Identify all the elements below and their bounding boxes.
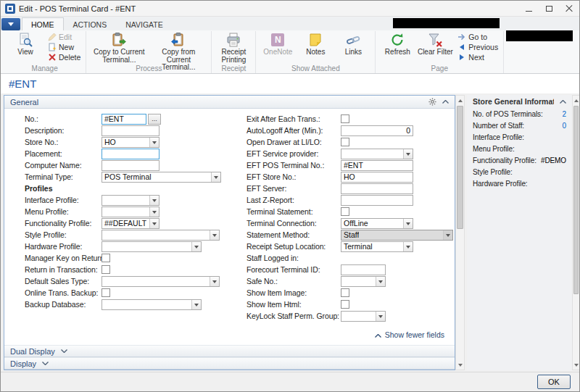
field-input-computer-name[interactable]: [102, 160, 160, 171]
new-button[interactable]: New: [46, 42, 83, 52]
field-input-eft-store-no[interactable]: HO: [341, 172, 413, 183]
field-input-hardware-profile[interactable]: [102, 241, 202, 252]
field-input-functionality-profile[interactable]: ##DEFAULT: [102, 218, 160, 229]
checkbox-show-item-html[interactable]: [341, 300, 349, 309]
links-button[interactable]: Links: [334, 32, 372, 64]
show-fewer-fields-link[interactable]: Show fewer fields: [375, 330, 444, 339]
dropdown-arrow-icon[interactable]: [403, 149, 413, 159]
factbox-field-label: Menu Profile:: [473, 145, 566, 153]
field-input-terminal-type[interactable]: POS Terminal: [102, 172, 221, 183]
checkbox-exit-after-each-trans[interactable]: [341, 114, 349, 123]
checkbox-terminal-statement[interactable]: [341, 207, 349, 216]
field-input-store-no[interactable]: HO: [102, 137, 160, 148]
field-input-safe-no[interactable]: [341, 276, 386, 287]
field-input-terminal-connection[interactable]: OffLine: [341, 218, 413, 229]
form-vertical-scrollbar[interactable]: [455, 95, 465, 370]
tab-actions[interactable]: ACTIONS: [64, 17, 117, 30]
factbox-vertical-scrollbar[interactable]: [572, 95, 580, 370]
scrollbar-up-button[interactable]: [456, 96, 464, 105]
ok-button[interactable]: OK: [537, 375, 571, 389]
dropdown-arrow-icon[interactable]: [211, 172, 220, 182]
clear-filter-button[interactable]: Clear Filter: [416, 32, 454, 64]
field-input-eft-service-provider[interactable]: [341, 149, 413, 159]
field-input-default-sales-type[interactable]: [102, 276, 220, 287]
notes-button[interactable]: Notes: [297, 32, 334, 64]
main-content: General No.:#ENT...Description:Store No.…: [1, 93, 579, 372]
fasttab-header-display[interactable]: Display: [4, 357, 455, 370]
dropdown-arrow-icon[interactable]: [443, 230, 452, 240]
field-row-no: No.:#ENT...: [25, 113, 244, 125]
field-input-no[interactable]: #ENT: [102, 114, 146, 125]
field-input-eft-pos-terminal-no[interactable]: #ENT: [341, 160, 413, 171]
expand-display-chevron-down-icon[interactable]: [42, 362, 49, 365]
factbox-header[interactable]: Store General Informati...: [467, 95, 572, 108]
dropdown-arrow-icon[interactable]: [403, 219, 413, 228]
expand-dual-display-chevron-down-icon[interactable]: [61, 349, 67, 353]
field-input-forecourt-terminal-id[interactable]: [341, 264, 386, 275]
maximize-button[interactable]: [539, 1, 559, 16]
collapse-general-chevron-up-icon[interactable]: [442, 100, 449, 104]
field-label: AutoLogoff After (Min.):: [246, 126, 341, 135]
field-input-style-profile[interactable]: [102, 230, 220, 241]
goto-button[interactable]: Go to: [455, 32, 500, 42]
dropdown-arrow-icon[interactable]: [149, 138, 159, 147]
edit-button[interactable]: Edit: [46, 32, 83, 42]
scrollbar-thumb[interactable]: [457, 106, 463, 229]
dropdown-arrow-icon[interactable]: [376, 277, 385, 286]
onenote-letter: N: [275, 35, 281, 45]
field-input-placement[interactable]: [102, 149, 160, 159]
refresh-button[interactable]: Refresh: [378, 32, 416, 64]
checkbox-return-in-transaction[interactable]: [102, 265, 110, 274]
fasttab-header-dual-display[interactable]: Dual Display: [4, 345, 455, 357]
scrollbar-thumb[interactable]: [573, 106, 579, 294]
copy-from-current-terminal-button[interactable]: Copy from Current Terminal...: [149, 32, 208, 64]
tab-home[interactable]: HOME: [22, 17, 64, 30]
checkbox-show-item-image[interactable]: [341, 288, 349, 297]
next-button[interactable]: Next: [455, 52, 500, 62]
factbox-field-label: Style Profile:: [473, 168, 566, 176]
factbox-field-value[interactable]: 0: [563, 122, 566, 130]
new-document-icon: [48, 43, 57, 51]
previous-button[interactable]: Previous: [455, 42, 500, 52]
factbox-field-value[interactable]: 2: [563, 110, 566, 118]
collapse-factbox-chevron-up-icon[interactable]: [560, 100, 566, 104]
scrollbar-up-button[interactable]: [573, 96, 579, 105]
tab-navigate[interactable]: NAVIGATE: [116, 17, 173, 30]
checkbox-open-drawer-at-li-lo[interactable]: [341, 138, 349, 146]
fasttab-header-general[interactable]: General: [4, 96, 455, 109]
field-input-autologoff-after-min[interactable]: 0: [341, 125, 413, 136]
delete-button[interactable]: Delete: [46, 52, 83, 62]
field-input-statement-method[interactable]: Staff: [341, 230, 453, 241]
receipt-printing-button[interactable]: Receipt Printing: [215, 32, 252, 64]
dropdown-arrow-icon[interactable]: [403, 242, 413, 251]
dropdown-arrow-icon[interactable]: [149, 207, 159, 217]
checkbox-manager-key-on-return[interactable]: [102, 254, 110, 262]
close-button[interactable]: [559, 1, 579, 16]
copy-to-current-terminal-button[interactable]: Copy to Current Terminal...: [89, 32, 149, 64]
dropdown-arrow-icon[interactable]: [210, 230, 219, 240]
field-input-menu-profile[interactable]: [102, 207, 160, 217]
minimize-button[interactable]: [518, 1, 539, 16]
field-input-keylock-staff-perm-group[interactable]: [341, 311, 386, 322]
assist-edit-button[interactable]: ...: [148, 114, 161, 125]
dropdown-arrow-icon[interactable]: [191, 242, 201, 251]
onenote-button[interactable]: N OneNote: [259, 32, 297, 64]
application-menu-button[interactable]: [1, 18, 20, 30]
dropdown-arrow-icon[interactable]: [149, 219, 159, 228]
field-input-last-z-report[interactable]: [341, 195, 413, 206]
dropdown-arrow-icon[interactable]: [210, 277, 219, 286]
field-input-description[interactable]: [102, 125, 160, 136]
customize-gear-icon[interactable]: [428, 98, 436, 106]
checkbox-online-trans-backup[interactable]: [102, 288, 110, 297]
field-input-interface-profile[interactable]: [102, 195, 160, 206]
field-input-eft-server[interactable]: [341, 183, 413, 194]
dropdown-arrow-icon[interactable]: [191, 300, 201, 309]
dropdown-arrow-icon[interactable]: [149, 196, 159, 205]
scrollbar-down-button[interactable]: [573, 360, 579, 370]
scrollbar-down-button[interactable]: [456, 360, 464, 370]
links-icon: [346, 33, 360, 47]
field-input-receipt-setup-location[interactable]: Terminal: [341, 241, 413, 252]
dropdown-arrow-icon[interactable]: [376, 312, 385, 321]
view-button[interactable]: View: [7, 32, 44, 64]
field-input-backup-database[interactable]: [102, 299, 202, 310]
